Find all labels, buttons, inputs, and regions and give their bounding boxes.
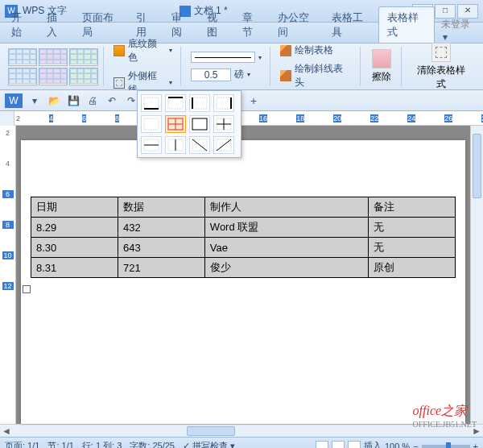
table-cell[interactable]: Word 联盟 [204, 218, 368, 238]
horizontal-ruler[interactable]: 24681012141618202224262830323436384042 [0, 111, 483, 126]
border-bottom[interactable] [141, 94, 162, 112]
table-row[interactable]: 8.31721俊少原创 [31, 258, 456, 278]
data-table[interactable]: 日期数据制作人备注 8.29432Word 联盟无8.30643Vae无8.31… [31, 197, 456, 278]
table-style-thumb[interactable] [39, 48, 68, 66]
zoom-slider[interactable] [422, 445, 470, 448]
close-button[interactable]: ✕ [457, 4, 478, 19]
login-status[interactable]: 未登录▾ [435, 18, 480, 43]
border-icon [114, 77, 125, 89]
eraser-button[interactable]: 擦除 [367, 49, 396, 84]
table-row[interactable]: 8.30643Vae无 [31, 238, 456, 258]
table-cell[interactable]: 432 [118, 218, 204, 238]
table-cell[interactable]: Vae [204, 238, 368, 258]
undo-button[interactable]: ↶ [105, 93, 119, 108]
status-insert[interactable]: 插入 [364, 440, 382, 448]
zoom-in[interactable]: + [473, 442, 478, 449]
table-header[interactable]: 日期 [31, 197, 118, 218]
table-style-thumb[interactable] [39, 68, 68, 85]
table-row[interactable]: 8.29432Word 联盟无 [31, 218, 456, 238]
table-header[interactable]: 制作人 [204, 197, 368, 218]
zoom-out[interactable]: − [413, 442, 418, 449]
tab-start[interactable]: 开始 [3, 7, 39, 43]
status-spellcheck[interactable]: ✓ 拼写检查 ▾ [183, 440, 235, 448]
tab-table-tools[interactable]: 表格工具 [324, 7, 378, 43]
line-sample [191, 52, 255, 63]
table-cell[interactable]: 无 [369, 238, 456, 258]
svg-rect-12 [192, 118, 207, 130]
status-section[interactable]: 节: 1/1 [47, 440, 73, 448]
open-button[interactable]: 📂 [47, 93, 61, 108]
tab-insert[interactable]: 插入 [39, 7, 74, 43]
table-cell[interactable]: 俊少 [204, 258, 368, 278]
horizontal-scrollbar[interactable]: ◄ ► [0, 424, 483, 437]
status-page[interactable]: 页面: 1/1 [5, 440, 39, 448]
wps-menu-button[interactable]: W [5, 93, 23, 108]
view-mode-button[interactable] [316, 441, 328, 449]
draw-table-button[interactable]: 绘制表格 [277, 42, 355, 59]
new-button[interactable]: ▾ [27, 93, 42, 108]
scroll-thumb[interactable] [187, 426, 235, 436]
ruler-corner [0, 111, 14, 126]
table-cell[interactable]: 643 [118, 238, 204, 258]
svg-rect-2 [168, 97, 183, 109]
bucket-icon [114, 45, 125, 56]
scroll-left[interactable]: ◄ [0, 425, 13, 437]
status-chars[interactable]: 字数: 25/25 [130, 440, 175, 448]
tab-table-style[interactable]: 表格样式 [378, 6, 435, 43]
border-top[interactable] [165, 94, 186, 112]
table-cell[interactable]: 8.31 [31, 258, 118, 278]
vertical-ruler[interactable]: 24681012 [0, 126, 16, 424]
draw-diagonal-button[interactable]: 绘制斜线表头 [277, 60, 355, 91]
scroll-thumb[interactable] [473, 134, 481, 198]
border-diag-down[interactable] [189, 136, 210, 154]
table-style-thumb[interactable] [8, 48, 37, 66]
vertical-scrollbar[interactable] [470, 126, 483, 424]
tab-office-space[interactable]: 办公空间 [270, 7, 324, 43]
table-header[interactable]: 备注 [369, 197, 456, 218]
table-cell[interactable]: 8.30 [31, 238, 118, 258]
border-left[interactable] [189, 94, 210, 112]
tab-chapter[interactable]: 章节 [234, 7, 270, 43]
print-button[interactable]: 🖨 [85, 93, 100, 108]
clear-style-button[interactable]: 清除表格样式 [408, 43, 475, 91]
view-mode-button[interactable] [348, 441, 361, 449]
zoom-value[interactable]: 100 % [385, 442, 410, 449]
table-cell[interactable]: 无 [369, 218, 456, 238]
svg-rect-0 [144, 97, 159, 109]
border-none[interactable] [141, 115, 162, 133]
eraser-group: 擦除 [362, 47, 402, 86]
ribbon-tabs: 开始 插入 页面布局 引用 审阅 视图 章节 办公空间 表格工具 表格样式 未登… [0, 23, 483, 44]
table-header[interactable]: 数据 [118, 197, 204, 218]
line-weight-dropdown[interactable]: 0.5磅▾ [188, 66, 265, 83]
svg-line-23 [217, 139, 231, 151]
status-position[interactable]: 行: 1 列: 3 [82, 440, 122, 448]
table-move-handle[interactable] [23, 285, 31, 293]
border-shading-group: 底纹颜色▾ 外侧框线▾ [105, 47, 181, 86]
draw-group: 绘制表格 绘制斜线表头 [272, 47, 361, 86]
new-tab-button[interactable]: + [250, 94, 257, 107]
svg-line-21 [192, 139, 207, 151]
border-right[interactable] [213, 94, 234, 112]
tab-view[interactable]: 视图 [199, 7, 234, 43]
table-cell[interactable]: 原创 [369, 258, 456, 278]
tools-icon [431, 43, 451, 62]
shading-color-button[interactable]: 底纹颜色▾ [110, 35, 175, 66]
border-all[interactable] [165, 115, 186, 133]
table-style-thumb[interactable] [69, 68, 98, 85]
line-style-dropdown[interactable]: ▾ [188, 50, 265, 64]
maximize-button[interactable]: □ [435, 4, 456, 19]
border-inside-v[interactable] [165, 136, 186, 154]
table-style-thumb[interactable] [8, 68, 37, 85]
border-outside[interactable] [189, 115, 210, 133]
border-inside-h[interactable] [141, 136, 162, 154]
save-button[interactable]: 💾 [66, 93, 80, 108]
table-cell[interactable]: 721 [118, 258, 204, 278]
eraser-icon [372, 49, 391, 68]
border-diag-up[interactable] [213, 136, 234, 154]
document-area: 24681012 日期数据制作人备注 8.29432Word 联盟无8.3064… [0, 126, 483, 424]
table-cell[interactable]: 8.29 [31, 218, 118, 238]
view-mode-button[interactable] [332, 441, 345, 449]
border-inside[interactable] [213, 115, 234, 133]
paper[interactable]: 日期数据制作人备注 8.29432Word 联盟无8.30643Vae无8.31… [21, 140, 465, 424]
table-style-thumb[interactable] [69, 48, 98, 66]
